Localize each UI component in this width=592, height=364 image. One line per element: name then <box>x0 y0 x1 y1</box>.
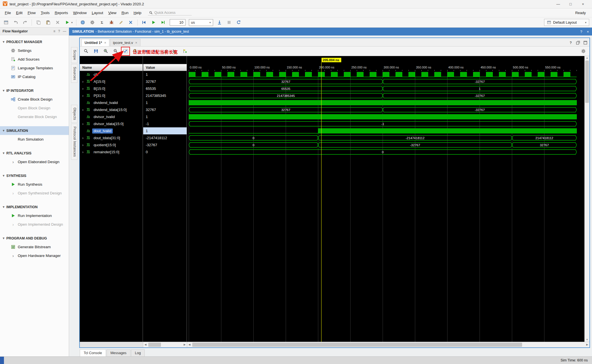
tab-tcl-console[interactable]: Tcl Console <box>80 349 106 356</box>
signal-value-a-15-0-[interactable]: 32767 <box>143 78 187 85</box>
signal-name-dout-tvalid[interactable]: dout_tvalid <box>80 127 143 134</box>
flow-item-open-elaborated-design[interactable]: ›Open Elaborated Design <box>0 157 69 166</box>
expand-chevron-icon[interactable]: › <box>81 136 85 140</box>
flow-section-rtl-analysis[interactable]: ▾RTL ANALYSIS <box>0 149 69 157</box>
signal-value-p-31-0-[interactable]: 2147385345 <box>143 92 187 99</box>
scroll-up-arrow[interactable]: ▲ <box>585 56 589 60</box>
flow-item-generate-bitstream[interactable]: Generate Bitstream <box>0 243 69 251</box>
signal-value-divisor-tdata-15-0-[interactable]: -1 <box>143 120 187 127</box>
scroll-down-arrow[interactable]: ▼ <box>585 338 589 342</box>
flow-item-open-block-design[interactable]: Open Block Design <box>0 104 69 112</box>
signal-value-dividend-tdata-15-0-[interactable]: 32767 <box>143 106 187 113</box>
run-for-time-icon[interactable] <box>160 19 166 26</box>
flow-section-project-manager[interactable]: ▾PROJECT MANAGER <box>0 37 69 46</box>
signal-name-dividend-tdata-15-0-[interactable]: ›dividend_tdata[15:0] <box>80 106 143 113</box>
banner-help-icon[interactable]: ? <box>580 30 582 34</box>
close-tab-icon[interactable]: × <box>104 41 106 45</box>
run-all-icon[interactable] <box>151 19 157 26</box>
tab-ipcore-test-v[interactable]: ipcore_test.v × <box>110 39 140 46</box>
flow-section-program-and-debug[interactable]: ▾PROGRAM AND DEBUG <box>0 234 69 243</box>
signal-name-remainder-15-0-[interactable]: ›remainder[15:0] <box>80 148 143 156</box>
wave-settings-gear-icon[interactable] <box>580 48 586 54</box>
menu-reports[interactable]: Reports <box>52 9 70 16</box>
navigator-help-icon[interactable]: ? <box>58 29 60 33</box>
vertical-scroll-thumb[interactable] <box>585 61 589 103</box>
delete-icon[interactable] <box>54 19 61 26</box>
vertical-scrollbar[interactable]: ▲ ▼ <box>584 56 589 342</box>
signal-name-p-31-0-[interactable]: ›P[31:0] <box>80 92 143 99</box>
zoom-fit-icon[interactable] <box>122 48 129 54</box>
scroll-right-arrow[interactable]: ▶ <box>182 342 187 347</box>
float-window-icon[interactable] <box>576 40 580 45</box>
flow-section-synthesis[interactable]: ▾SYNTHESIS <box>0 171 69 180</box>
navigator-collapse-icon[interactable]: — <box>63 29 66 33</box>
dashboard-icon[interactable] <box>3 19 9 26</box>
menu-layout[interactable]: Layout <box>89 9 106 16</box>
wave-scroll-left-arrow[interactable]: ◀ <box>187 342 192 347</box>
side-tab-protocol-instances[interactable]: Protocol Instances <box>71 124 78 160</box>
tab-log[interactable]: Log <box>131 349 145 356</box>
wave-scroll-right-arrow[interactable]: ▶ <box>585 342 589 347</box>
flow-item-open-implemented-design[interactable]: ›Open Implemented Design <box>0 220 69 229</box>
add-marker-icon[interactable] <box>182 48 188 54</box>
signal-name-b-15-0-[interactable]: ›B[15:0] <box>80 85 143 92</box>
navigator-menu-icon[interactable]: ≡ <box>53 29 55 33</box>
time-unit-select[interactable]: us▾ <box>189 19 213 26</box>
expand-chevron-icon[interactable]: › <box>81 150 85 154</box>
step-icon[interactable] <box>217 19 223 26</box>
scroll-left-arrow[interactable]: ◀ <box>143 342 148 347</box>
flow-item-settings[interactable]: Settings <box>0 46 69 55</box>
flow-item-open-synthesized-design[interactable]: ›Open Synthesized Design <box>0 189 69 197</box>
tab-messages[interactable]: Messages <box>107 349 131 356</box>
menu-flow[interactable]: Flow <box>25 9 38 16</box>
signal-name-a-15-0-[interactable]: ›A[15:0] <box>80 78 143 85</box>
expand-chevron-icon[interactable]: › <box>81 94 85 98</box>
signal-name-quotient-15-0-[interactable]: ›quotient[15:0] <box>80 141 143 148</box>
quick-access-search[interactable]: Quick Access <box>148 10 192 15</box>
maximize-button[interactable]: □ <box>564 0 577 8</box>
values-scroll-thumb[interactable] <box>148 343 161 347</box>
waveform-canvas[interactable]: 0.000 ns50.000 ns100.000 ns150.000 ns200… <box>187 56 584 342</box>
wave-help-icon[interactable]: ? <box>568 40 573 45</box>
menu-run[interactable]: Run <box>119 9 131 16</box>
debug-icon[interactable] <box>109 19 115 26</box>
pause-icon[interactable] <box>226 19 232 26</box>
signal-name-clk[interactable]: clk <box>80 71 143 78</box>
signal-name-divisor-tdata-15-0-[interactable]: ›divisor_tdata[15:0] <box>80 120 143 127</box>
flow-item-add-sources[interactable]: Add Sources <box>0 55 69 64</box>
flow-item-language-templates[interactable]: Language Templates <box>0 64 69 72</box>
flow-item-run-synthesis[interactable]: Run Synthesis <box>0 180 69 189</box>
expand-chevron-icon[interactable]: › <box>81 86 85 91</box>
run-dropdown-caret[interactable]: ▾ <box>71 21 73 24</box>
menu-help[interactable]: Help <box>131 9 144 16</box>
expand-chevron-icon[interactable]: › <box>81 122 85 126</box>
redo-icon[interactable] <box>22 19 28 26</box>
zoom-in-icon[interactable] <box>103 48 109 54</box>
gear-icon[interactable] <box>89 19 96 26</box>
sigma-icon[interactable]: Σ <box>99 19 105 26</box>
name-column-header[interactable]: Name <box>80 64 143 71</box>
zoom-out-icon[interactable] <box>112 48 119 54</box>
undo-icon[interactable] <box>12 19 19 26</box>
side-tab-objects[interactable]: Objects <box>71 105 78 123</box>
flow-item-ip-catalog[interactable]: IPIP Catalog <box>0 72 69 81</box>
find-icon[interactable] <box>83 48 89 54</box>
simulation-settings-chip-icon[interactable] <box>80 19 86 26</box>
expand-chevron-icon[interactable]: › <box>81 79 85 84</box>
signal-value-divisor-tvalid[interactable]: 1 <box>143 113 187 120</box>
value-column-header[interactable]: Value <box>143 64 187 71</box>
signal-value-dividend-tvalid[interactable]: 1 <box>143 99 187 106</box>
menu-window[interactable]: Window <box>70 9 89 16</box>
signal-value-b-15-0-[interactable]: 65535 <box>143 85 187 92</box>
menu-edit[interactable]: Edit <box>14 9 25 16</box>
flow-item-open-hardware-manager[interactable]: ›Open Hardware Manager <box>0 251 69 260</box>
signal-name-divisor-tvalid[interactable]: divisor_tvalid <box>80 113 143 120</box>
values-scrollbar[interactable]: ◀ ▶ <box>143 342 187 347</box>
menu-view[interactable]: View <box>106 9 119 16</box>
signal-value-dout-tdata-31-0-[interactable]: -2147418112 <box>143 134 187 141</box>
expand-chevron-icon[interactable]: › <box>81 108 85 112</box>
wave-scrollbar[interactable]: ◀ ▶ <box>187 342 589 347</box>
side-tab-sources[interactable]: Sources <box>71 64 78 83</box>
side-tab-scope[interactable]: Scope <box>71 47 78 63</box>
save-wave-config-icon[interactable] <box>93 48 99 54</box>
